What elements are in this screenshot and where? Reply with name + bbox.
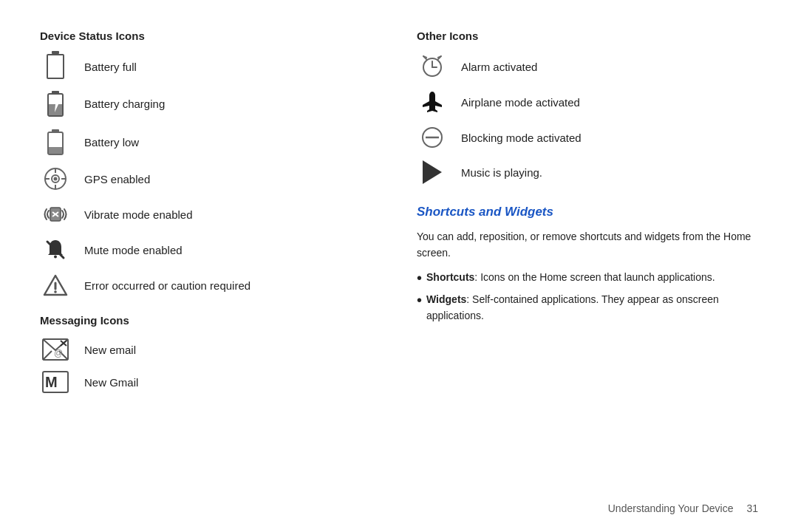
list-item: @ New email <box>40 338 372 361</box>
list-item: Music is playing. <box>417 160 758 184</box>
airplane-icon <box>417 89 448 115</box>
list-item: Error occurred or caution required <box>40 273 372 298</box>
music-playing-label: Music is playing. <box>461 166 542 179</box>
airplane-label: Airplane mode activated <box>461 96 580 109</box>
gps-icon <box>40 166 71 191</box>
shortcuts-bullet-text: Shortcuts: Icons on the Home screen that… <box>426 269 715 285</box>
battery-low-icon <box>40 128 71 156</box>
play-icon <box>417 160 448 184</box>
messaging-icons-heading: Messaging Icons <box>40 314 372 327</box>
svg-point-17 <box>54 256 57 259</box>
right-column: Other Icons Alarm activated <box>395 30 758 502</box>
battery-charging-label: Battery charging <box>84 98 165 110</box>
svg-point-13 <box>54 177 58 181</box>
widgets-bullet: • Widgets: Self-contained applications. … <box>417 291 758 324</box>
widgets-bullet-text: Widgets: Self-contained applications. Th… <box>426 291 758 324</box>
gps-label: GPS enabled <box>84 173 150 185</box>
svg-text:@: @ <box>54 348 63 358</box>
device-status-heading: Device Status Icons <box>40 30 372 42</box>
battery-full-icon <box>40 54 71 79</box>
other-icons-heading: Other Icons <box>417 30 758 42</box>
footer-page-title: Understanding Your Device <box>608 502 734 514</box>
new-email-icon: @ <box>40 338 71 361</box>
list-item: GPS enabled <box>40 166 372 191</box>
vibrate-label: Vibrate mode enabled <box>84 208 193 221</box>
battery-low-label: Battery low <box>84 136 139 149</box>
alarm-icon <box>417 54 448 79</box>
left-column: Device Status Icons Battery full <box>40 30 395 502</box>
warning-icon <box>40 273 71 298</box>
blocking-icon <box>417 125 448 150</box>
list-item: Blocking mode activated <box>417 125 758 150</box>
svg-rect-5 <box>52 129 59 133</box>
list-item: Mute mode enabled <box>40 237 372 262</box>
svg-rect-1 <box>52 91 59 95</box>
svg-text:M: M <box>45 374 58 390</box>
svg-line-23 <box>43 351 52 360</box>
footer-page-number: 31 <box>746 502 758 514</box>
new-email-label: New email <box>84 344 136 356</box>
new-gmail-icon: M <box>40 371 71 393</box>
vibrate-icon <box>40 202 71 227</box>
shortcuts-intro: You can add, reposition, or remove short… <box>417 228 758 262</box>
bullet-dot-1: • <box>417 269 422 287</box>
mute-icon <box>40 237 71 262</box>
list-item: Battery charging <box>40 89 372 117</box>
shortcuts-bullet: • Shortcuts: Icons on the Home screen th… <box>417 269 758 287</box>
new-gmail-label: New Gmail <box>84 376 138 389</box>
svg-rect-6 <box>49 147 62 154</box>
svg-point-21 <box>54 290 57 293</box>
battery-full-label: Battery full <box>84 61 137 73</box>
list-item: Battery low <box>40 128 372 156</box>
page-footer: Understanding Your Device 31 <box>608 502 758 514</box>
list-item: Alarm activated <box>417 54 758 79</box>
mute-label: Mute mode enabled <box>84 244 183 256</box>
list-item: Vibrate mode enabled <box>40 202 372 227</box>
warning-label: Error occurred or caution required <box>84 279 250 292</box>
bullet-dot-2: • <box>417 291 422 309</box>
list-item: M New Gmail <box>40 371 372 393</box>
list-item: Battery full <box>40 54 372 79</box>
alarm-label: Alarm activated <box>461 61 537 73</box>
battery-charging-icon <box>40 89 71 117</box>
blocking-label: Blocking mode activated <box>461 132 582 144</box>
list-item: Airplane mode activated <box>417 89 758 115</box>
shortcuts-heading: Shortcuts and Widgets <box>417 205 758 219</box>
